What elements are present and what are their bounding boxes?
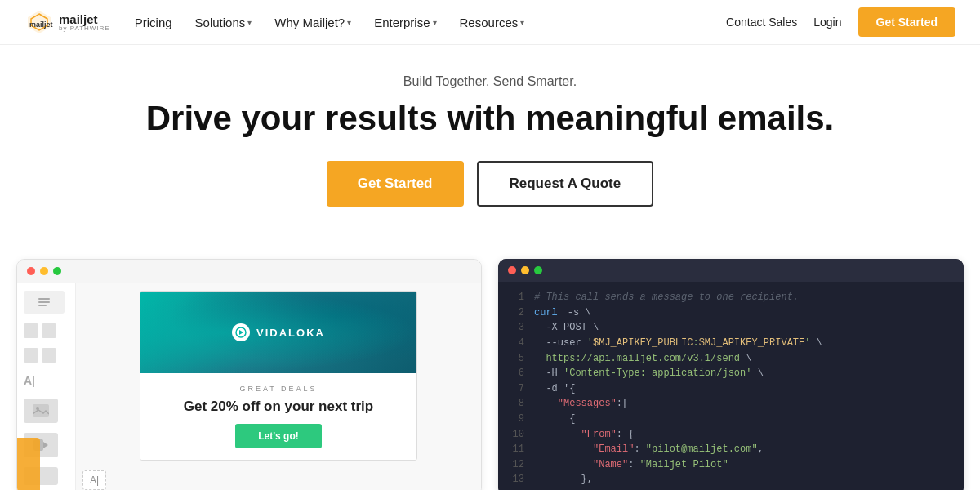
code-line-10: 10 "From": { <box>511 427 951 443</box>
dot-yellow <box>40 267 48 275</box>
image-tool-icon <box>24 399 58 423</box>
code-line-5: 5 https://api.mailjet.com/v3.1/send \ <box>511 351 951 367</box>
hero-quote-button[interactable]: Request A Quote <box>477 161 654 207</box>
email-preview: VIDALOKA GREAT DEALS Get 20% off on your… <box>140 291 417 461</box>
vidaloka-logo: VIDALOKA <box>232 323 325 341</box>
text-tool-icon: A| <box>24 372 69 389</box>
code-line-9: 9 { <box>511 412 951 427</box>
lets-go-button[interactable]: Let's go! <box>235 424 322 448</box>
code-line-6: 6 -H 'Content-Type: application/json' \ <box>511 366 951 381</box>
code-line-7: 7 -d '{ <box>511 381 951 397</box>
code-dot-yellow <box>521 266 529 274</box>
nav-pricing[interactable]: Pricing <box>135 16 172 29</box>
logo-name: mailjet <box>59 13 110 25</box>
code-line-8: 8 "Messages":[ <box>511 396 951 412</box>
code-card: 1# This call sends a message to one reci… <box>498 259 964 490</box>
login-button[interactable]: Login <box>813 16 841 29</box>
code-line-11: 11 "Email": "pilot@mailjet.com", <box>511 442 951 457</box>
toolbar-dropdown <box>24 291 65 314</box>
nav-links: Pricing Solutions ▾ Why Mailjet? ▾ Enter… <box>135 16 726 29</box>
nav-resources[interactable]: Resources ▾ <box>460 16 525 29</box>
great-deals-label: GREAT DEALS <box>155 385 402 393</box>
block-icon-1 <box>24 323 38 338</box>
svg-rect-4 <box>38 301 50 303</box>
text-block-label: A| <box>90 474 99 486</box>
hero-subtitle: Build Together. Send Smarter. <box>16 74 964 89</box>
toolbar-blocks-2 <box>24 348 69 363</box>
email-card-header <box>17 260 481 283</box>
hero-title: Drive your results with meaningful email… <box>16 99 964 138</box>
code-line-4: 4 --user '$MJ_APIKEY_PUBLIC:$MJ_APIKEY_P… <box>511 336 951 351</box>
nav-solutions[interactable]: Solutions ▾ <box>195 16 252 29</box>
email-header-image: VIDALOKA <box>140 292 416 373</box>
code-line-3: 3 -X POST \ <box>511 320 951 336</box>
vidaloka-name: VIDALOKA <box>256 327 325 339</box>
code-line-13: 13 }, <box>511 472 951 488</box>
email-builder-card: A| VIDALOKA <box>16 259 482 490</box>
email-card-body: A| VIDALOKA <box>17 283 481 490</box>
logo-sub: by PATHWIRE <box>59 25 110 32</box>
svg-rect-3 <box>38 298 50 300</box>
orange-accent-shape <box>17 438 40 490</box>
svg-marker-9 <box>43 442 48 448</box>
logo[interactable]: mailjet mailjet by PATHWIRE <box>24 7 110 37</box>
email-body: GREAT DEALS Get 20% off on your next tri… <box>140 373 416 460</box>
hero-section: Build Together. Send Smarter. Drive your… <box>0 45 980 259</box>
hero-get-started-button[interactable]: Get Started <box>327 161 464 207</box>
code-dot-red <box>508 266 516 274</box>
block-icon-4 <box>42 348 56 363</box>
email-canvas: VIDALOKA GREAT DEALS Get 20% off on your… <box>76 283 481 490</box>
code-body: 1# This call sends a message to one reci… <box>498 282 964 490</box>
navbar: mailjet mailjet by PATHWIRE Pricing Solu… <box>0 0 980 45</box>
code-card-header <box>498 259 964 282</box>
dot-green <box>53 267 61 275</box>
block-icon-3 <box>24 348 38 363</box>
contact-sales-link[interactable]: Contact Sales <box>726 16 797 29</box>
dot-red <box>27 267 35 275</box>
vidaloka-icon <box>232 323 250 341</box>
nav-enterprise[interactable]: Enterprise ▾ <box>374 16 436 29</box>
svg-rect-5 <box>38 305 47 306</box>
text-block-tool: A| <box>82 470 106 490</box>
nav-right: Contact Sales Login Get Started <box>726 7 956 37</box>
hero-buttons: Get Started Request A Quote <box>16 161 964 207</box>
code-dot-green <box>534 266 542 274</box>
code-line-2: 2curl -s \ <box>511 305 951 321</box>
toolbar-blocks <box>24 323 69 338</box>
svg-text:mailjet: mailjet <box>29 20 53 29</box>
code-line-1: 1# This call sends a message to one reci… <box>511 290 951 305</box>
nav-get-started-button[interactable]: Get Started <box>858 7 956 37</box>
cards-row: A| VIDALOKA <box>0 259 980 490</box>
block-icon-2 <box>42 323 56 338</box>
nav-why-mailjet[interactable]: Why Mailjet? ▾ <box>274 16 351 29</box>
deal-title: Get 20% off on your next trip <box>155 398 402 416</box>
code-line-12: 12 "Name": "Mailjet Pilot" <box>511 457 951 473</box>
svg-marker-11 <box>239 330 243 335</box>
